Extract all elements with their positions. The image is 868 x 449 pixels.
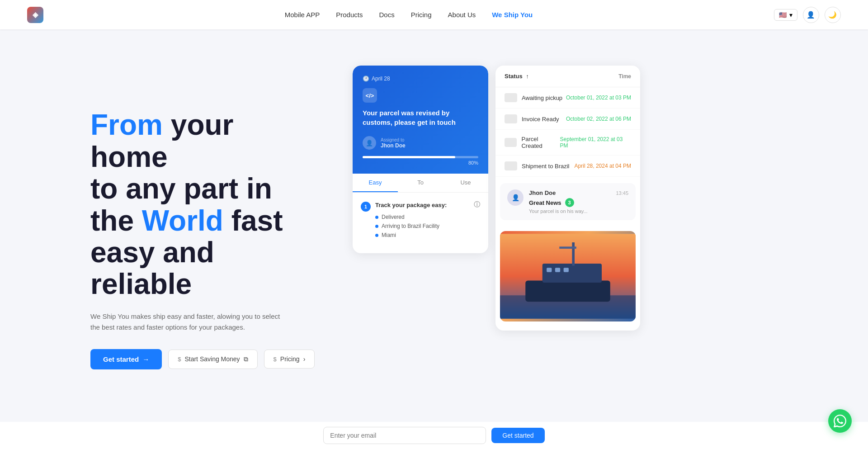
svg-rect-2	[525, 280, 610, 302]
flag-icon: 🇺🇸	[779, 11, 787, 19]
svg-rect-7	[555, 268, 560, 272]
card-code-icon: </>	[363, 88, 377, 103]
message-header: Jhon Doe 13:45	[529, 189, 628, 196]
message-preview: Your parcel is on his way...	[529, 208, 628, 214]
status-box-icon-4	[505, 161, 517, 170]
sort-icon: ↑	[526, 73, 529, 80]
heading-line4: easy and	[90, 236, 214, 269]
dollar-icon-1: $	[178, 356, 181, 363]
status-panel: Status ↑ Time Awaiting pickup October 01…	[495, 66, 640, 331]
track-items-list: Delivered Arriving to Brazil Facility Mi…	[375, 213, 480, 240]
pricing-button[interactable]: $ Pricing ›	[264, 350, 315, 369]
status-box-icon-3	[505, 138, 517, 147]
tab-easy[interactable]: Easy	[353, 174, 398, 192]
status-header: Status ↑ Time	[495, 66, 640, 87]
arrow-right-icon: →	[142, 355, 149, 363]
status-item-invoice: Invoice Ready October 02, 2022 at 06 PM	[495, 109, 640, 130]
hero-subtext: We Ship You makes ship easy and faster, …	[90, 311, 280, 333]
step-content: Track your package easy: ⓘ Delivered Arr…	[375, 201, 480, 240]
svg-rect-6	[547, 268, 552, 272]
nav-right: 🇺🇸 ▾ 👤 🌙	[774, 7, 841, 23]
nav-mobile-app[interactable]: Mobile APP	[285, 11, 320, 19]
status-name-awaiting: Awaiting pickup	[522, 95, 562, 101]
tab-use[interactable]: Use	[443, 174, 488, 192]
status-item-shipment: Shipment to Brazil April 28, 2024 at 04 …	[495, 156, 640, 177]
assigned-label: Assigned to	[381, 137, 406, 142]
user-icon-button[interactable]: 👤	[803, 7, 819, 23]
whatsapp-button[interactable]	[828, 409, 852, 433]
nav-about[interactable]: About Us	[448, 11, 476, 19]
nav-products[interactable]: Products	[336, 11, 363, 19]
nav-links: Mobile APP Products Docs Pricing About U…	[285, 11, 533, 19]
status-item-parcel: Parcel Created September 01, 2022 at 03 …	[495, 130, 640, 156]
step-title: Track your package easy: ⓘ	[375, 201, 480, 209]
heading-from: From	[90, 109, 163, 141]
progress-label: 80%	[363, 160, 478, 165]
step-number: 1	[361, 202, 371, 212]
status-list: Awaiting pickup October 01, 2022 at 03 P…	[495, 87, 640, 177]
heading-line2: to any part in	[90, 172, 272, 205]
message-sender-name: Jhon Doe	[529, 189, 556, 196]
status-name-parcel: Parcel Created	[521, 136, 560, 149]
svg-rect-3	[542, 264, 602, 283]
nav-pricing[interactable]: Pricing	[411, 11, 432, 19]
start-saving-button[interactable]: $ Start Saving Money ⧉	[168, 350, 257, 369]
status-time-awaiting: October 01, 2022 at 03 PM	[566, 95, 631, 101]
email-input[interactable]	[323, 427, 486, 444]
hero-section: From your home to any part in the World …	[0, 0, 868, 449]
pricing-label: Pricing	[280, 355, 300, 363]
track-item-miami: Miami	[375, 231, 480, 240]
hero-right: 🕐 April 28 </> Your parcel was revised b…	[344, 29, 868, 449]
status-time-parcel: September 01, 2022 at 03 PM	[560, 136, 631, 149]
clock-icon: 🕐	[363, 76, 369, 82]
hero-heading: From your home to any part in the World …	[90, 109, 316, 300]
status-name-invoice: Invoice Ready	[522, 116, 559, 123]
track-item-brazil: Arriving to Brazil Facility	[375, 222, 480, 231]
tab-to[interactable]: To	[398, 174, 443, 192]
message-time: 13:45	[616, 190, 628, 196]
bullet-dot-3	[375, 234, 378, 237]
language-selector[interactable]: 🇺🇸 ▾	[774, 9, 797, 21]
progress-fill	[363, 156, 455, 158]
message-content: Jhon Doe 13:45 Great News 3 Your parcel …	[529, 189, 628, 214]
tracking-card: 🕐 April 28 </> Your parcel was revised b…	[353, 66, 488, 253]
status-box-icon-2	[505, 114, 517, 123]
dropdown-arrow-icon: ▾	[789, 11, 793, 19]
logo-icon: ◈	[27, 7, 43, 23]
hero-buttons: Get started → $ Start Saving Money ⧉ $ P…	[90, 349, 316, 369]
assigned-name: Jhon Doe	[381, 142, 406, 149]
track-item-delivered: Delivered	[375, 213, 480, 222]
ship-image	[500, 231, 636, 321]
bottom-strip: Get started	[0, 422, 868, 449]
assignee-avatar: 👤	[363, 136, 376, 150]
progress-bar	[363, 156, 478, 158]
logo[interactable]: ◈	[27, 7, 43, 23]
nav-docs[interactable]: Docs	[379, 11, 394, 19]
heading-the: the	[90, 204, 142, 237]
message-title: Great News 3	[529, 198, 628, 207]
card-assignee: 👤 Assigned to Jhon Doe	[363, 136, 478, 150]
get-started-button[interactable]: Get started →	[90, 349, 162, 369]
message-card[interactable]: 👤 Jhon Doe 13:45 Great News 3 Your parce…	[500, 183, 636, 220]
status-time-shipment: April 28, 2024 at 04 PM	[575, 163, 631, 169]
card-date: 🕐 April 28	[363, 76, 478, 82]
tracking-card-header: 🕐 April 28 </> Your parcel was revised b…	[353, 66, 488, 174]
status-name-shipment: Shipment to Brazil	[522, 163, 570, 170]
get-started-label: Get started	[103, 355, 139, 363]
user-icon: 👤	[807, 11, 815, 19]
nav-we-ship-you[interactable]: We Ship You	[492, 11, 533, 19]
start-saving-label: Start Saving Money	[184, 355, 240, 363]
status-time-invoice: October 02, 2022 at 06 PM	[566, 116, 631, 122]
heading-world: World	[142, 204, 223, 237]
bullet-dot-1	[375, 216, 378, 219]
theme-toggle-button[interactable]: 🌙	[825, 7, 841, 23]
svg-rect-5	[559, 246, 576, 249]
message-badge: 3	[565, 198, 574, 207]
card-body: 1 Track your package easy: ⓘ Delivered	[353, 193, 488, 253]
status-box-icon-1	[505, 93, 517, 102]
time-label: Time	[618, 73, 631, 80]
chevron-right-icon: ›	[303, 355, 306, 363]
bullet-dot-2	[375, 225, 378, 228]
bottom-get-started-button[interactable]: Get started	[491, 428, 544, 443]
status-label: Status ↑	[505, 73, 529, 80]
